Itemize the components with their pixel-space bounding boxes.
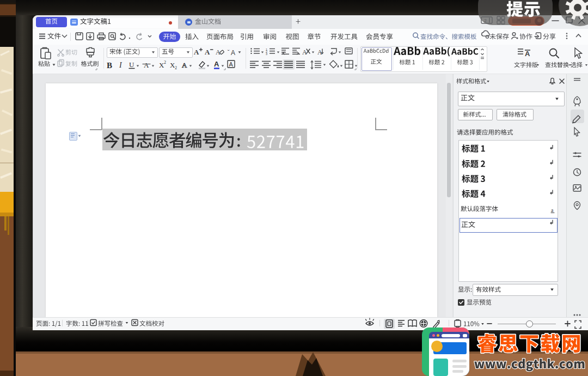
svg-text:I: I	[119, 61, 122, 69]
svg-text:U: U	[129, 60, 134, 69]
svg-text:A: A	[525, 50, 530, 58]
svg-text:a: a	[551, 207, 554, 213]
svg-text:A: A	[302, 48, 307, 56]
svg-text:A: A	[144, 61, 149, 69]
svg-text:A: A	[205, 48, 210, 56]
svg-text:3: 3	[266, 52, 267, 56]
svg-text:A: A	[182, 61, 187, 69]
svg-text:B: B	[107, 61, 112, 70]
svg-text:2: 2	[484, 18, 487, 23]
svg-text:A: A	[194, 48, 199, 56]
svg-text:2: 2	[175, 65, 177, 70]
svg-text:˘: ˘	[227, 48, 230, 55]
svg-text:A: A	[214, 60, 219, 68]
svg-text:A: A	[231, 49, 235, 57]
svg-text:A: A	[229, 61, 234, 68]
svg-text:2: 2	[164, 60, 166, 65]
